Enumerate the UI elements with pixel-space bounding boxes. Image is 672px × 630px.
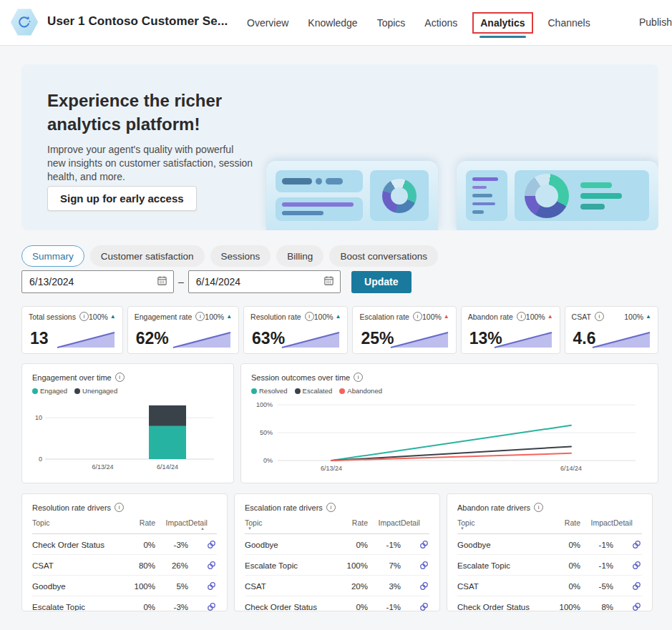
topic-cell[interactable]: CSAT	[245, 582, 336, 591]
tab-topics[interactable]: Topics	[377, 17, 406, 29]
legend-item-resolved: Resolved	[251, 387, 288, 395]
column-header-topic[interactable]: Topic▼	[457, 518, 549, 531]
column-header-detail[interactable]: Detail	[401, 518, 429, 527]
kpi-value: 62%	[136, 329, 169, 348]
update-button[interactable]: Update	[351, 271, 412, 293]
sort-ascending-icon: ▲	[200, 527, 205, 531]
info-icon[interactable]	[115, 503, 124, 512]
trend-sparkline	[55, 330, 117, 349]
tab-overview[interactable]: Overview	[247, 17, 288, 29]
detail-link-icon[interactable]	[419, 601, 429, 611]
filter-tab-customer-satisfaction[interactable]: Customer satisfaction	[90, 245, 205, 267]
copilot-agent-logo-icon[interactable]	[10, 8, 39, 36]
info-icon[interactable]	[534, 503, 543, 512]
banner-title-line1: Experience the richer	[47, 89, 222, 112]
kpi-header: Abandon rate100%▲	[468, 312, 553, 321]
table-row: Goodbye0%-1%	[245, 534, 429, 555]
legend-dot-icon	[74, 388, 80, 394]
detail-link-icon[interactable]	[631, 601, 642, 611]
topic-cell[interactable]: Check Order Status	[457, 603, 549, 611]
info-icon[interactable]	[195, 312, 205, 321]
detail-cell	[401, 539, 429, 550]
topic-cell[interactable]: Goodbye	[32, 582, 124, 591]
filter-tab-boost-conversations[interactable]: Boost conversations	[329, 245, 438, 267]
info-icon[interactable]	[79, 312, 89, 321]
column-header-detail[interactable]: Detail	[613, 518, 642, 527]
illustration-donut-panel	[515, 170, 649, 221]
topic-cell[interactable]: Escalate Topic	[457, 561, 549, 570]
column-header-rate[interactable]: Rate	[124, 518, 155, 527]
topic-cell[interactable]: Escalate Topic	[245, 561, 336, 570]
kpi-cards-row: Total sessions100%▲13Engagement rate100%…	[21, 306, 658, 354]
detail-link-icon[interactable]	[631, 539, 642, 550]
column-header-impact[interactable]: Impact	[368, 518, 401, 527]
column-header-rate[interactable]: Rate	[549, 518, 580, 527]
driver-table-abandon-rate-drivers: Abandon rate driversTopic▼RateImpactDeta…	[447, 493, 653, 611]
column-header-label: Rate	[336, 518, 368, 527]
column-header-rate[interactable]: Rate	[336, 518, 368, 527]
illustration-bar	[472, 186, 487, 190]
start-date-input[interactable]: 6/13/2024	[21, 270, 174, 293]
impact-cell: 5%	[155, 582, 188, 591]
info-icon[interactable]	[326, 503, 336, 512]
detail-link-icon[interactable]	[419, 560, 429, 571]
detail-link-icon[interactable]	[206, 581, 217, 591]
filter-tab-summary[interactable]: Summary	[21, 245, 84, 267]
tab-actions[interactable]: Actions	[424, 17, 457, 29]
table-row: CSAT80%26%	[32, 555, 217, 576]
topic-cell[interactable]: Goodbye	[245, 541, 336, 549]
info-icon[interactable]	[595, 312, 604, 321]
detail-cell	[613, 539, 642, 550]
trend-up-icon: ▲	[226, 314, 232, 320]
column-header-topic[interactable]: Topic▼	[245, 518, 336, 531]
calendar-icon[interactable]	[157, 275, 167, 288]
chart-legend: ResolvedEscalatedAbandoned	[241, 382, 658, 395]
info-icon[interactable]	[354, 373, 363, 382]
topic-cell[interactable]: CSAT	[32, 561, 124, 570]
detail-link-icon[interactable]	[631, 560, 642, 571]
detail-cell	[401, 581, 429, 591]
column-header-label: Topic	[245, 518, 336, 527]
donut-chart-illustration	[525, 174, 569, 218]
detail-link-icon[interactable]	[419, 581, 429, 591]
topic-cell[interactable]: Check Order Status	[245, 603, 336, 611]
column-header-topic[interactable]: Topic	[32, 518, 124, 527]
svg-text:6/14/24: 6/14/24	[560, 465, 582, 472]
detail-link-icon[interactable]	[206, 601, 217, 611]
calendar-icon[interactable]	[323, 275, 334, 288]
tab-channels[interactable]: Channels	[548, 17, 590, 29]
illustration-bar	[472, 202, 495, 206]
topic-cell[interactable]: Goodbye	[457, 541, 549, 549]
trend-sparkline	[280, 330, 341, 349]
topic-cell[interactable]: Check Order Status	[32, 541, 124, 549]
detail-link-icon[interactable]	[631, 581, 642, 591]
detail-cell	[613, 581, 642, 591]
tab-knowledge[interactable]: Knowledge	[308, 17, 357, 29]
detail-link-icon[interactable]	[206, 539, 217, 550]
legend-label: Unengaged	[82, 387, 117, 395]
report-tabs: SummaryCustomer satisfactionSessionsBill…	[21, 245, 438, 267]
topic-cell[interactable]: Escalate Topic	[32, 603, 124, 611]
info-icon[interactable]	[305, 312, 314, 321]
column-header-impact[interactable]: Impact	[155, 518, 188, 527]
detail-link-icon[interactable]	[419, 539, 429, 550]
illustration-panel-group	[276, 170, 363, 221]
tab-analytics[interactable]: Analytics	[472, 12, 532, 34]
info-icon[interactable]	[115, 373, 125, 382]
table-row: Check Order Status0%-3%	[32, 534, 217, 555]
trend-up-icon: ▲	[547, 314, 553, 320]
engagement-bar-chart: 0106/13/246/14/24	[26, 398, 220, 472]
signup-early-access-button[interactable]: Sign up for early access	[47, 186, 197, 211]
detail-link-icon[interactable]	[206, 560, 217, 571]
sort-descending-icon: ▼	[245, 527, 252, 531]
column-header-detail[interactable]: Detail▲	[188, 518, 217, 531]
table-title: Abandon rate drivers	[457, 503, 530, 512]
topic-cell[interactable]: CSAT	[457, 582, 549, 591]
info-icon[interactable]	[413, 312, 422, 321]
filter-tab-billing[interactable]: Billing	[276, 245, 323, 267]
info-icon[interactable]	[517, 312, 526, 321]
column-header-impact[interactable]: Impact	[580, 518, 613, 527]
end-date-input[interactable]: 6/14/2024	[188, 270, 341, 293]
filter-tab-sessions[interactable]: Sessions	[210, 245, 271, 267]
illustration-line	[282, 211, 323, 215]
